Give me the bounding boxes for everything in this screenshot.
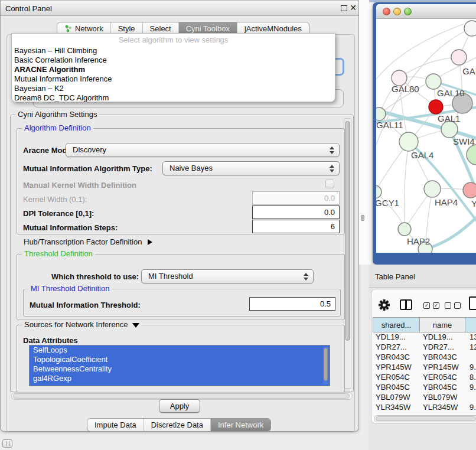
- algorithm-option[interactable]: Bayesian – K2: [12, 84, 335, 93]
- scrollbar-thumb[interactable]: [345, 121, 350, 341]
- group-title: Cyni Algorithm Settings: [15, 110, 99, 119]
- attribute-list-scrollbar[interactable]: [323, 347, 328, 384]
- network-node[interactable]: [399, 132, 418, 151]
- apply-button[interactable]: Apply: [159, 399, 200, 413]
- table-row[interactable]: YDL19... YDL19... 13: [373, 332, 476, 343]
- network-node[interactable]: [464, 21, 476, 36]
- sources-expander[interactable]: Sources for Network Inference: [22, 320, 142, 329]
- group-title: Threshold Definition: [22, 249, 95, 258]
- manual-kernel-width-label: Manual Kernel Width Definition: [23, 181, 136, 190]
- table-row[interactable]: YBR045C YBR045C 9.: [373, 383, 476, 393]
- tab-impute-data[interactable]: Impute Data: [87, 419, 144, 431]
- scrollbar-thumb[interactable]: [376, 416, 476, 421]
- unchecked-checkbox-icon[interactable]: [454, 302, 461, 309]
- stepper-icon: [304, 273, 308, 281]
- unchecked-checkbox-icon[interactable]: [445, 302, 451, 309]
- attribute-list-item[interactable]: gal4RGexp: [30, 374, 330, 383]
- network-node[interactable]: [463, 182, 476, 198]
- sources-title: Sources for Network Inference: [24, 320, 128, 329]
- network-node[interactable]: [426, 74, 441, 89]
- table-row[interactable]: YLR345W YLR345W 9.: [373, 403, 476, 410]
- dpi-tolerance-field[interactable]: 0.0: [252, 206, 340, 219]
- zoom-traffic-light-icon[interactable]: [404, 8, 412, 15]
- data-attributes-list[interactable]: SelfLoops TopologicalCoefficient Between…: [29, 345, 330, 386]
- network-window-titlebar[interactable]: [376, 4, 476, 19]
- which-threshold-label: Which threshold to use:: [51, 272, 139, 281]
- split-columns-icon[interactable]: [400, 299, 412, 310]
- tab-label: jActiveMNodules: [244, 24, 302, 33]
- network-node-label: GAL10: [437, 88, 465, 98]
- dpi-tolerance-label: DPI Tolerance [0,1]:: [23, 209, 94, 218]
- close-traffic-light-icon[interactable]: [383, 8, 390, 15]
- attribute-list-item[interactable]: TopologicalCoefficient: [30, 355, 330, 364]
- column-header-shared-name[interactable]: shared...: [373, 317, 420, 332]
- network-node[interactable]: [424, 181, 441, 197]
- table-row[interactable]: YBR043C YBR043C: [373, 353, 476, 363]
- network-node-label: SWI4: [453, 136, 475, 146]
- mi-threshold-definition-group: MI Threshold Definition Mutual Informati…: [23, 289, 341, 317]
- network-node-label: GCY1: [376, 198, 399, 208]
- mi-algorithm-type-combo[interactable]: Naive Bayes: [162, 161, 340, 175]
- algorithm-option[interactable]: Dream8 DC_TDC Algorithm: [12, 93, 335, 103]
- kernel-width-label: Kernel Width (0,1):: [23, 195, 87, 204]
- file-icon[interactable]: [469, 296, 476, 310]
- aracne-mode-combo[interactable]: Discovery: [66, 143, 340, 157]
- attribute-list-item[interactable]: BetweennessCentrality: [30, 364, 330, 374]
- network-node-label: GAL1: [438, 113, 460, 123]
- network-node[interactable]: [376, 185, 382, 198]
- network-node[interactable]: [376, 107, 386, 120]
- table-row[interactable]: YBL079W YBL079W: [373, 393, 476, 403]
- tab-discretize-data[interactable]: Discretize Data: [144, 419, 210, 431]
- attribute-list-item[interactable]: SelfLoops: [30, 345, 330, 355]
- network-node[interactable]: [398, 223, 411, 236]
- close-icon[interactable]: ✕: [350, 3, 357, 12]
- network-node[interactable]: [441, 121, 458, 138]
- hub-definition-expander[interactable]: Hub/Transcription Factor Definition: [24, 237, 152, 246]
- tab-label: Cyni Toolbox: [186, 24, 230, 33]
- table-panel-card: ✓ ✓ shared... name A YDL19... YDL19... 1…: [371, 289, 476, 424]
- manual-kernel-width-checkbox[interactable]: [325, 180, 334, 188]
- cell-name: YBL079W: [420, 393, 465, 403]
- cell-shared-name: YDL19...: [373, 332, 420, 343]
- cell-value: 9.: [465, 383, 476, 393]
- network-node-label: HAP4: [435, 197, 458, 207]
- algorithm-option[interactable]: Bayesian – Hill Climbing: [12, 46, 335, 56]
- table-horizontal-scrollbar[interactable]: [374, 415, 476, 422]
- network-node[interactable]: [429, 100, 443, 114]
- cell-value: 9.: [465, 363, 476, 373]
- group-title: Algorithm Definition: [22, 123, 93, 132]
- network-node[interactable]: [451, 50, 467, 65]
- checked-checkbox-icon[interactable]: ✓: [423, 302, 430, 309]
- network-node[interactable]: [467, 145, 476, 165]
- float-panel-icon[interactable]: [341, 5, 347, 11]
- panel-title: Control Panel: [5, 4, 52, 13]
- table-row[interactable]: YER054C YER054C 8.: [373, 373, 476, 383]
- threshold-definition-group: Threshold Definition Which threshold to …: [17, 254, 345, 320]
- which-threshold-combo[interactable]: MI Threshold: [141, 269, 314, 283]
- tab-infer-network[interactable]: Infer Network: [210, 419, 270, 431]
- table-row[interactable]: YPR145W YPR145W 9.: [373, 363, 476, 373]
- column-header-clipped[interactable]: A: [465, 317, 476, 332]
- algorithm-option[interactable]: Basic Correlation Inference: [12, 56, 335, 65]
- network-canvas[interactable]: GALGAL80GAL10GAL1SWI4GAL11GAL4GCY1HAP4YH…: [376, 19, 476, 253]
- splitter-handle-icon[interactable]: [361, 215, 364, 221]
- scrollbar-thumb[interactable]: [13, 393, 350, 399]
- mi-steps-field[interactable]: 6: [252, 220, 340, 233]
- algorithm-dropdown-list: Select algorithm to view settings Bayesi…: [11, 33, 335, 102]
- mi-steps-label: Mutual Information Steps:: [23, 223, 118, 232]
- gear-icon[interactable]: [379, 299, 390, 311]
- table-row[interactable]: YDR27... YDR27... 12: [373, 343, 476, 353]
- mi-threshold-label: Mutual Information Threshold:: [30, 301, 141, 309]
- mi-threshold-field[interactable]: 0.5: [249, 297, 335, 311]
- algorithm-option[interactable]: ARACNE Algorithm: [12, 65, 335, 74]
- checked-checkbox-icon[interactable]: ✓: [433, 302, 439, 309]
- tab-label: Impute Data: [94, 420, 136, 429]
- cell-shared-name: YPR145W: [373, 363, 420, 373]
- kernel-width-field[interactable]: 0.0: [252, 191, 340, 205]
- column-header-name[interactable]: name: [420, 317, 465, 332]
- algorithm-option[interactable]: Mutual Information Inference: [12, 74, 335, 84]
- minimize-traffic-light-icon[interactable]: [393, 8, 401, 15]
- collapsed-panel-icon[interactable]: [2, 439, 12, 448]
- network-node-label: GAL11: [376, 120, 403, 130]
- cell-shared-name: YER054C: [373, 373, 420, 383]
